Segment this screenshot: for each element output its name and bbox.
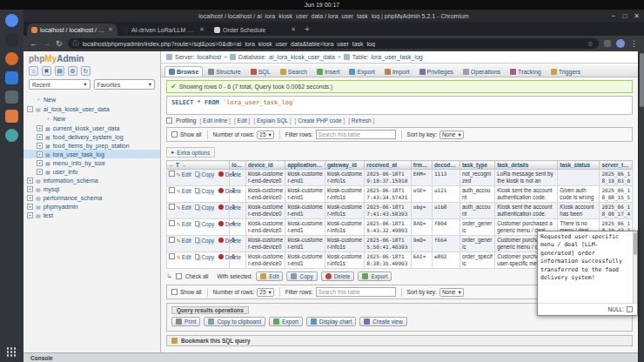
with-selected-export-button[interactable]: Export [358, 272, 392, 281]
sql-action-link[interactable]: Create PHP code [295, 117, 345, 124]
forward-button[interactable]: → [43, 40, 50, 48]
row-checkbox[interactable] [169, 187, 175, 193]
back-button[interactable]: ← [30, 40, 37, 48]
tree-item-db-mysql[interactable]: + ▤ mysql [23, 184, 160, 193]
delete-row-link[interactable]: Delete [218, 171, 241, 178]
tab-close-icon[interactable]: ✕ [199, 26, 205, 33]
cell-device-id[interactable]: kiosk-customer-end-device01 [245, 252, 285, 269]
tree-expander[interactable]: + [37, 143, 43, 149]
column-header[interactable]: application_id [285, 161, 325, 170]
tab-close-icon[interactable]: ✕ [291, 26, 296, 33]
pma-tab-import[interactable]: Import [380, 66, 414, 77]
vscode-icon[interactable] [5, 71, 18, 84]
maximize-button[interactable]: □ [622, 12, 627, 20]
breadcrumb-database-link[interactable]: ai_lora_kiosk_user_data [269, 54, 335, 60]
cell-gateway-id[interactable]: kiosk-customer-info1s [325, 236, 364, 252]
breadcrumb-table-link[interactable]: lora_user_task_log [372, 54, 423, 60]
tree-expander[interactable]: − [27, 106, 33, 112]
cell-frm-payload[interactable]: oSE= [411, 186, 432, 203]
files-icon[interactable] [5, 90, 18, 104]
cell-server-time[interactable]: 2025_06_18_19_03_03 [600, 170, 633, 186]
cell-decoded-payload[interactable]: 1113 [432, 170, 460, 186]
cell-frm-payload[interactable]: 8AQ= [411, 219, 432, 236]
cell-gateway-id[interactable]: kiosk-customer-info1s [325, 252, 364, 269]
tab-phpmyadmin[interactable]: localhost / localhost / ai... ✕ [27, 23, 117, 36]
cell-task-status[interactable] [558, 170, 600, 186]
address-bar[interactable]: ⓘ localhost/phpmyadmin/index.php?route=/… [68, 38, 599, 49]
copy-row-link[interactable]: Copy [195, 254, 214, 260]
pma-tab-triggers[interactable]: Triggers [547, 66, 585, 77]
cell-server-time[interactable]: 2025_06_18_08_17_43 [600, 203, 633, 219]
copy-to-clipboard-button[interactable]: Copy to clipboard [204, 317, 265, 326]
cell-received-at[interactable]: 2025-06-18T15:43:32.490932491Z [365, 219, 412, 236]
cell-task-details[interactable]: Kiosk sent the account authentication co… [495, 186, 558, 203]
cell-task-details[interactable]: Kiosk sent the account authentication co… [495, 203, 558, 219]
column-header[interactable]: device_id [245, 161, 285, 170]
copy-row-link[interactable]: Copy [195, 204, 214, 211]
scrollbar-thumb[interactable] [640, 53, 644, 107]
cell-received-at[interactable]: 2025-06-18T19:10:37.159102Z [365, 170, 412, 186]
tree-item-lora-user-task-log[interactable]: + ▦ lora_user_task_log [23, 150, 160, 158]
minimize-button[interactable]: − [612, 12, 616, 20]
tree-item-food-items-by-prep-station[interactable]: + ▦ food_items_by_prep_station [23, 141, 160, 150]
site-info-icon[interactable]: ⓘ [73, 39, 79, 48]
tree-expander[interactable]: + [27, 186, 33, 192]
pma-tab-structure[interactable]: Structure [204, 66, 245, 77]
pma-tab-operations[interactable]: Operations [459, 66, 505, 77]
tree-item-user-info[interactable]: + ▦ user_info [23, 167, 160, 176]
tree-expander[interactable]: + [27, 204, 33, 210]
export-button[interactable]: Export [269, 317, 303, 326]
cell-received-at[interactable]: 2025-06-18T17:43:34.574316Z [365, 186, 412, 203]
cell-frm-payload[interactable]: 9mQ= [411, 236, 432, 252]
cell-device-id[interactable]: kiosk-customer-end-device01 [245, 170, 285, 186]
breadcrumb-server-link[interactable]: localhost [198, 54, 222, 60]
cell-application-id[interactable]: kiosk-customer-end1 [285, 236, 325, 252]
jupyter-icon[interactable] [5, 110, 18, 123]
create-view-button[interactable]: Create view [359, 317, 406, 326]
edit-row-link[interactable]: ✎Edit [177, 204, 191, 211]
cell-device-id[interactable]: kiosk-customer-end-device01 [245, 219, 285, 236]
cell-received-at[interactable]: 2025-06-18T17:41:43.583933Z [365, 203, 412, 219]
tree-item-food-delivery-system-log[interactable]: + ▦ food_delivery_system_log [23, 132, 160, 141]
extra-options-toggle[interactable]: ▸ Extra options [166, 147, 215, 158]
docs-icon[interactable]: ▤ [55, 66, 64, 76]
pma-tab-tracking[interactable]: Tracking [506, 66, 546, 77]
pma-tab-browse[interactable]: Browse [164, 66, 203, 77]
row-checkbox[interactable] [169, 220, 175, 226]
popup-scrollbar[interactable] [633, 231, 637, 303]
column-header[interactable]: server_time [600, 161, 633, 170]
cell-task-type[interactable]: order_specific [460, 252, 495, 269]
tree-item-db-phpmyadmin[interactable]: + ▤ phpmyadmin [23, 202, 160, 211]
tab-order-schedule[interactable]: Order Schedule ✕ [210, 23, 300, 36]
row-checkbox[interactable] [169, 237, 175, 243]
extensions-icon[interactable] [604, 40, 611, 47]
tree-item-menu-info-by-size[interactable]: + ▦ menu_info_by_size [23, 158, 160, 167]
tree-expander[interactable]: + [37, 160, 43, 166]
show-all-checkbox[interactable] [171, 289, 178, 295]
cell-task-type[interactable]: auth_account [460, 186, 495, 203]
pma-logo[interactable]: phpMyAdmin [23, 51, 160, 64]
copy-row-link[interactable]: Copy [195, 221, 214, 227]
tree-item-db-information-schema[interactable]: + ▤ information_schema [23, 176, 160, 184]
copy-row-link[interactable]: Copy [195, 188, 214, 194]
cell-task-status[interactable]: Kiosk account has been authorized succes… [558, 203, 600, 219]
edit-row-link[interactable]: ✎Edit [177, 188, 191, 194]
row-checkbox[interactable] [169, 253, 175, 259]
cell-decoded-payload[interactable]: a1b8 [432, 203, 460, 219]
sql-action-link[interactable]: Edit [234, 117, 250, 124]
sort-by-key-select[interactable]: None▾ [439, 131, 464, 139]
display-chart-button[interactable]: Display chart [306, 317, 357, 326]
delete-row-link[interactable]: Delete [218, 254, 241, 260]
with-selected-delete-button[interactable]: Delete [321, 272, 355, 281]
cell-device-id[interactable]: kiosk-customer-end-device01 [245, 236, 285, 252]
tree-expander[interactable]: + [37, 134, 43, 140]
column-header[interactable]: gateway_id [325, 161, 364, 170]
favorites-select[interactable]: Favorites▾ [94, 79, 156, 90]
refresh-icon[interactable]: ↻ [81, 66, 91, 76]
cell-decoded-payload[interactable]: a121 [432, 186, 460, 203]
chromium-icon[interactable] [5, 14, 18, 27]
number-of-rows-select[interactable]: 25▾ [257, 288, 274, 297]
cell-gateway-id[interactable]: kiosk-customer-info1s [325, 219, 364, 236]
sort-by-key-select[interactable]: None▾ [439, 288, 464, 297]
tree-expander[interactable]: + [27, 212, 33, 218]
